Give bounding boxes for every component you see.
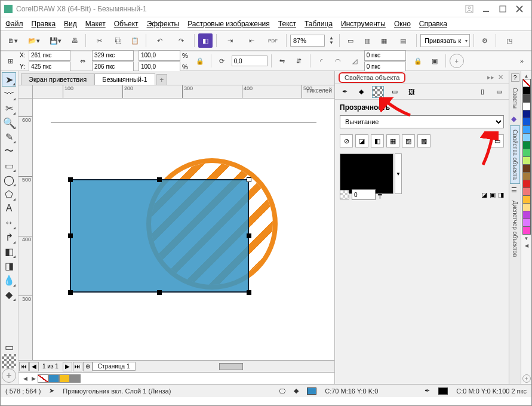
palette-color[interactable] [522, 172, 531, 180]
add-preset[interactable]: + [450, 54, 464, 68]
crop-tool[interactable]: ✂ [2, 101, 16, 115]
y-input[interactable] [29, 61, 70, 72]
corner-lock[interactable]: 🔒 [411, 54, 425, 68]
export-button[interactable]: ⇤ [242, 33, 261, 48]
opacity-slider[interactable]: ┿ [378, 191, 382, 199]
snap-to-dropdown[interactable]: Привязать к [420, 34, 470, 47]
docker-view1[interactable]: ▯ [476, 86, 488, 98]
freehand-tool[interactable]: ✎ [2, 130, 16, 144]
docker-tab-properties[interactable]: Свойства объекта [510, 125, 520, 184]
redo-button[interactable]: ↷ [171, 33, 190, 48]
ruler-horizontal[interactable]: 100 200 300 400 500 пикселей [33, 85, 334, 99]
corner-round[interactable]: ◜ [314, 54, 328, 68]
undo-button[interactable]: ↶ [150, 33, 169, 48]
minimize-button[interactable] [478, 4, 494, 14]
docker-tab-hints[interactable]: Советы [511, 84, 519, 112]
parallel-dim-tool[interactable]: ↔ [2, 216, 16, 230]
docker-collapse[interactable]: ▸▸ [486, 73, 496, 82]
drawing-page[interactable] [33, 99, 334, 360]
status-fill-icon[interactable]: ◆ [294, 387, 299, 395]
zoom-input[interactable] [290, 35, 325, 47]
scale-x-input[interactable] [139, 50, 180, 61]
status-outline-swatch[interactable] [438, 387, 448, 395]
artistic-media-tool[interactable]: 〜 [2, 144, 16, 158]
dropshadow-tool[interactable]: ◧ [2, 244, 16, 259]
show-rulers[interactable]: ▥ [360, 33, 374, 48]
menu-help[interactable]: Справка [419, 20, 447, 28]
merge-mode-dropdown[interactable]: Вычитание [340, 115, 504, 128]
transp-none[interactable]: ⊘ [340, 134, 353, 147]
palette-color[interactable] [522, 226, 531, 235]
corner-1[interactable] [364, 50, 406, 61]
status-fill-swatch[interactable] [307, 387, 316, 395]
corner-chamfer[interactable]: ◿ [348, 54, 362, 68]
menu-bitmaps[interactable]: Растровые изображения [187, 20, 270, 28]
menu-tools[interactable]: Инструменты [341, 20, 386, 28]
scale-y-input[interactable] [139, 61, 180, 72]
interactive-fill-tool[interactable]: ◆ [2, 287, 16, 302]
print-button[interactable]: 🖶 [67, 33, 82, 48]
fullscreen-preview[interactable]: ▭ [343, 33, 358, 48]
rectangle-tool[interactable]: ▭ [2, 158, 16, 173]
menu-file[interactable]: Файл [5, 20, 23, 28]
ruler-vertical[interactable]: 600 500 400 300 [19, 99, 33, 360]
transparency-tab-icon[interactable] [372, 86, 384, 98]
overflow-chevron[interactable]: » [515, 54, 529, 68]
tab-document[interactable]: Безымянный-1 [94, 73, 155, 85]
transp-uniform[interactable]: ◪ [355, 134, 368, 147]
palette-color[interactable] [522, 125, 531, 134]
palette-add[interactable]: + [522, 374, 531, 383]
transp-bitmap[interactable]: ▩ [417, 134, 430, 147]
transp-fountain[interactable]: ◧ [371, 134, 384, 147]
pick-tool[interactable]: ➤ [2, 72, 16, 87]
ruler-corner[interactable] [19, 85, 33, 99]
cut-button[interactable]: ✂ [90, 33, 109, 48]
toolbox-expand[interactable]: + [2, 368, 16, 383]
status-outline-icon[interactable]: ✒ [425, 387, 430, 395]
docker-close[interactable]: ✕ [496, 73, 505, 82]
selection-handle[interactable] [68, 290, 73, 295]
palette-color[interactable] [522, 133, 531, 142]
palette-color[interactable] [522, 203, 531, 211]
corner-scallop[interactable]: ◠ [331, 54, 345, 68]
transparency-tool[interactable]: ◨ [2, 259, 16, 273]
zoom-tool[interactable]: 🔍 [2, 115, 16, 130]
menu-window[interactable]: Окно [394, 20, 411, 28]
palette-color[interactable] [522, 141, 531, 149]
paste-button[interactable]: 📋 [128, 33, 142, 48]
swatch[interactable] [59, 374, 70, 383]
palette-color[interactable] [522, 102, 531, 110]
close-button[interactable] [511, 4, 528, 14]
frame-tab-icon[interactable]: ▭ [389, 86, 401, 98]
new-tab-button[interactable]: + [156, 74, 167, 85]
opacity-input[interactable] [352, 189, 376, 200]
rotation-input[interactable] [232, 56, 267, 66]
pdf-button[interactable]: PDF [263, 33, 282, 48]
docker-help-icon[interactable]: ? [511, 73, 519, 82]
fill-tab-icon[interactable]: ◆ [355, 86, 367, 98]
palette-none[interactable] [522, 79, 531, 87]
palette-color[interactable] [522, 187, 531, 196]
bitmap-tab-icon[interactable]: 🖼 [405, 86, 417, 98]
palette-color[interactable] [522, 110, 531, 118]
relative-corner[interactable]: ▣ [428, 54, 442, 68]
h-scrollbar[interactable] [147, 363, 322, 370]
search-content-button[interactable]: ◧ [198, 33, 213, 48]
transp-twocolor[interactable]: ▨ [402, 134, 415, 147]
show-guides[interactable]: ▤ [393, 33, 413, 48]
menu-text[interactable]: Текст [278, 20, 296, 28]
options-button[interactable]: ⚙ [478, 33, 492, 48]
selection-handle[interactable] [247, 177, 251, 182]
palette-prev[interactable]: ◀ [21, 374, 29, 383]
maximize-button[interactable] [494, 4, 511, 14]
palette-color[interactable] [522, 156, 531, 165]
menu-view[interactable]: Вид [64, 20, 77, 28]
page-tab[interactable]: Страница 1 [93, 362, 136, 371]
menu-effects[interactable]: Эффекты [147, 20, 180, 28]
corner-2[interactable] [364, 61, 406, 72]
palette-down[interactable]: ▼ [522, 235, 531, 242]
transp-edit[interactable]: ▭ [491, 134, 504, 147]
outline-flyout-icon[interactable]: ▭ [2, 340, 16, 354]
last-page[interactable]: ⏭ [73, 362, 82, 371]
palette-color[interactable] [522, 195, 531, 204]
